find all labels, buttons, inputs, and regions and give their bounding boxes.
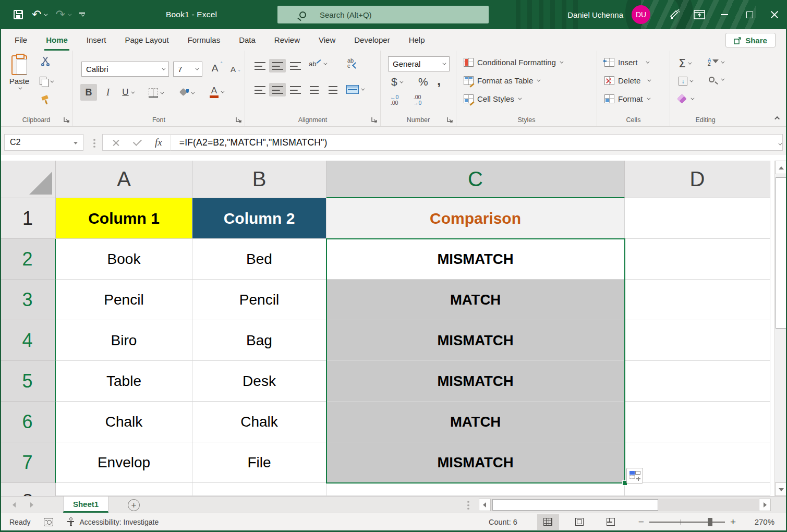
undo-dropdown-icon[interactable] [44,12,48,16]
cell-C7[interactable]: MISMATCH [326,442,625,483]
cell-D8[interactable] [625,483,770,496]
fill-button[interactable]: ↓ [679,77,692,86]
new-sheet-button[interactable]: + [128,499,140,511]
cell-C4[interactable]: MISMATCH [326,320,625,361]
tab-review[interactable]: Review [265,29,309,51]
cell-B1[interactable]: Column 2 [192,198,326,239]
row-header-4[interactable]: 4 [0,320,56,361]
maximize-button[interactable] [737,0,762,29]
number-format-select[interactable]: General [388,56,450,71]
cell-B2[interactable]: Bed [192,239,326,280]
cell-C1[interactable]: Comparison [326,198,625,239]
close-button[interactable] [762,0,787,29]
cell-C6[interactable]: MATCH [326,402,625,442]
zoom-slider[interactable] [649,522,725,523]
orientation-dropdown-icon[interactable] [324,62,328,65]
zoom-level[interactable]: 270% [741,517,774,526]
find-select-button[interactable] [709,77,723,82]
scroll-down-button[interactable] [775,482,787,496]
decrease-font-size-button[interactable]: Aˆ [225,62,241,76]
normal-view-button[interactable] [537,514,559,530]
cell-D1[interactable] [625,198,770,239]
tab-view[interactable]: View [309,29,345,51]
cell-C8[interactable] [326,483,625,496]
undo-button[interactable]: ↶ [32,9,46,20]
conditional-formatting-button[interactable]: Conditional Formatting [464,58,562,67]
insert-cells-button[interactable]: Insert [604,58,648,67]
collapse-ribbon-button[interactable] [776,113,780,122]
find-dropdown-icon[interactable] [721,77,724,81]
cell-A8[interactable] [56,483,192,496]
underline-dropdown-icon[interactable] [131,90,135,93]
underline-button[interactable]: U [118,84,138,101]
column-header-D[interactable]: D [625,161,770,198]
cell-A6[interactable]: Chalk [56,402,192,442]
page-layout-view-button[interactable] [568,514,590,530]
record-macro-icon[interactable] [44,518,53,526]
cell-C5[interactable]: MISMATCH [326,361,625,402]
row-header-5[interactable]: 5 [0,361,56,402]
font-dialog-launcher[interactable] [235,116,242,123]
increase-indent-button[interactable] [324,83,341,96]
ribbon-display-options-button[interactable] [687,0,712,29]
fill-dropdown-icon[interactable] [689,79,693,82]
format-cells-button[interactable]: Format [604,94,649,103]
align-right-button[interactable] [287,83,304,96]
cell-D2[interactable] [625,239,770,280]
top-align-button[interactable] [251,59,268,72]
column-header-A[interactable]: A [56,161,192,198]
middle-align-button[interactable] [269,59,286,72]
cell-D5[interactable] [625,361,770,402]
cell-D6[interactable] [625,402,770,442]
formula-input[interactable]: =IF(A2=B2,"MATCH","MISMATCH") [179,137,328,148]
decrease-indent-button[interactable] [306,83,322,96]
wrap-text-button[interactable]: abc [347,58,358,68]
insert-function-icon[interactable]: fx [155,137,162,148]
name-box-dropdown-icon[interactable] [74,142,78,147]
borders-button[interactable] [145,85,166,101]
vertical-scrollbar[interactable] [774,161,787,496]
italic-button[interactable]: I [100,84,116,101]
cell-D4[interactable] [625,320,770,361]
orientation-button[interactable]: ab [309,60,326,68]
zoom-out-button[interactable]: − [633,516,649,528]
font-size-select[interactable]: 7 [173,62,202,77]
row-header-7[interactable]: 7 [0,442,56,483]
formula-bar-splitter[interactable] [93,138,95,148]
increase-decimal-button[interactable]: ←0.00 [390,94,398,106]
merge-center-dropdown-icon[interactable] [361,87,365,91]
currency-dropdown-icon[interactable] [399,79,403,83]
tab-formulas[interactable]: Formulas [178,29,230,51]
cell-D3[interactable] [625,280,770,320]
zoom-slider-thumb[interactable] [708,518,712,526]
format-painter-button[interactable] [41,95,50,105]
align-left-button[interactable] [251,83,268,96]
name-box[interactable]: C2 [4,134,83,151]
cut-button[interactable] [41,57,50,66]
cell-B5[interactable]: Desk [192,361,326,402]
cell-styles-button[interactable]: Cell Styles [464,94,520,103]
fill-color-button[interactable] [175,85,197,101]
share-button[interactable]: Share [725,33,776,47]
user-name[interactable]: Daniel Uchenna [567,10,623,19]
clear-dropdown-icon[interactable] [691,96,694,100]
page-break-view-button[interactable] [600,514,622,530]
autosum-button[interactable]: Σ [679,57,691,70]
column-header-B[interactable]: B [192,161,326,198]
tab-page-layout[interactable]: Page Layout [115,29,178,51]
align-center-button[interactable] [269,83,286,96]
scroll-left-button[interactable] [479,499,491,511]
accessibility-status[interactable]: Accessibility: Investigate [67,517,159,527]
scroll-up-button[interactable] [775,161,787,174]
font-color-button[interactable]: A [204,82,228,102]
previous-sheet-button[interactable] [10,502,16,507]
clear-button[interactable] [679,95,693,102]
sheet-tab-sheet1[interactable]: Sheet1 [63,497,108,513]
fill-color-dropdown-icon[interactable] [191,90,195,94]
borders-dropdown-icon[interactable] [160,90,164,94]
sort-filter-button[interactable]: AZ [708,58,723,66]
tab-developer[interactable]: Developer [345,29,399,51]
increase-font-size-button[interactable]: Aˆ [207,60,223,77]
minimize-button[interactable] [712,0,737,29]
tab-file[interactable]: File [5,29,37,51]
